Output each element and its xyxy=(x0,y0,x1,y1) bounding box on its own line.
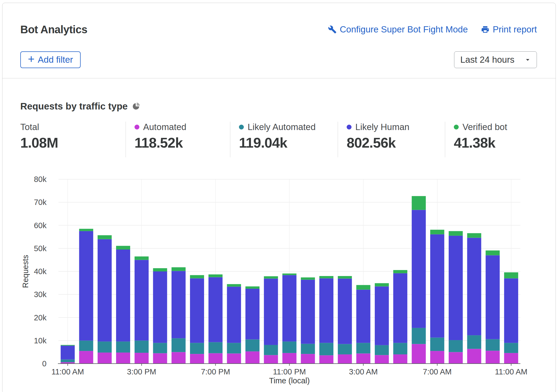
section-title-row: Requests by traffic type xyxy=(20,101,537,112)
svg-text:20k: 20k xyxy=(34,313,47,322)
stat-likely-automated: Likely Automated 119.04k xyxy=(230,122,338,157)
add-filter-label: Add filter xyxy=(38,55,73,65)
svg-text:40k: 40k xyxy=(34,267,47,276)
stat-likely-human-value: 802.56k xyxy=(347,135,439,151)
svg-text:Requests: Requests xyxy=(21,255,30,288)
svg-text:Time (local): Time (local) xyxy=(269,376,310,385)
stat-likely-human: Likely Human 802.56k xyxy=(338,122,445,157)
stat-verified-bot-label: Verified bot xyxy=(462,122,507,132)
stat-likely-automated-label: Likely Automated xyxy=(248,122,316,132)
stat-verified-bot-value: 41.38k xyxy=(454,135,531,151)
likely-human-legend-dot xyxy=(347,125,352,129)
svg-text:30k: 30k xyxy=(34,290,47,299)
card-body: Requests by traffic type Total 1.08M Aut… xyxy=(2,101,556,392)
requests-chart-svg: 010k20k30k40k50k60k70k80k11:00 AM3:00 PM… xyxy=(20,168,539,387)
wrench-icon xyxy=(328,25,337,34)
svg-text:7:00 PM: 7:00 PM xyxy=(201,367,230,376)
stat-total-label: Total xyxy=(20,122,39,132)
requests-chart[interactable]: 010k20k30k40k50k60k70k80k11:00 AM3:00 PM… xyxy=(20,168,537,387)
stat-automated-label: Automated xyxy=(143,122,186,132)
card-header: Bot Analytics Configure Super Bot Fight … xyxy=(2,3,556,78)
chevron-down-icon xyxy=(524,56,532,64)
svg-text:70k: 70k xyxy=(34,198,47,207)
stat-verified-bot: Verified bot 41.38k xyxy=(445,122,537,157)
stat-total-value: 1.08M xyxy=(20,135,120,151)
time-range-select[interactable]: Last 24 hours xyxy=(454,51,537,68)
configure-link-label: Configure Super Bot Fight Mode xyxy=(340,24,468,35)
page-title: Bot Analytics xyxy=(20,23,87,36)
header-title-row: Bot Analytics Configure Super Bot Fight … xyxy=(20,23,537,36)
stat-total: Total 1.08M xyxy=(20,122,126,157)
svg-text:3:00 PM: 3:00 PM xyxy=(127,367,156,376)
print-link-label: Print report xyxy=(493,24,537,35)
svg-text:50k: 50k xyxy=(34,244,47,253)
print-report-link[interactable]: Print report xyxy=(481,24,537,35)
likely-automated-legend-dot xyxy=(239,125,244,129)
svg-text:7:00 AM: 7:00 AM xyxy=(423,367,452,376)
stat-likely-human-label: Likely Human xyxy=(355,122,409,132)
printer-icon xyxy=(481,25,490,34)
plus-icon: + xyxy=(28,54,35,65)
stats-row: Total 1.08M Automated 118.52k Likely Aut… xyxy=(20,122,537,157)
bot-analytics-card: Bot Analytics Configure Super Bot Fight … xyxy=(2,3,556,392)
time-range-value: Last 24 hours xyxy=(460,55,514,65)
section-title: Requests by traffic type xyxy=(20,101,128,112)
stat-automated-value: 118.52k xyxy=(134,135,225,151)
pie-chart-icon xyxy=(132,102,140,110)
verified-bot-legend-dot xyxy=(454,125,459,129)
svg-text:11:00 AM: 11:00 AM xyxy=(51,367,84,376)
automated-legend-dot xyxy=(134,125,139,129)
configure-super-bot-fight-mode-link[interactable]: Configure Super Bot Fight Mode xyxy=(328,24,468,35)
svg-text:0: 0 xyxy=(42,359,47,368)
stat-automated: Automated 118.52k xyxy=(126,122,230,157)
svg-text:60k: 60k xyxy=(34,221,47,230)
stat-likely-automated-value: 119.04k xyxy=(239,135,332,151)
svg-text:3:00 AM: 3:00 AM xyxy=(349,367,378,376)
add-filter-button[interactable]: + Add filter xyxy=(20,51,81,68)
svg-text:11:00 AM: 11:00 AM xyxy=(495,367,527,376)
svg-text:10k: 10k xyxy=(34,336,47,345)
header-links: Configure Super Bot Fight Mode Print rep… xyxy=(328,24,537,35)
header-controls-row: + Add filter Last 24 hours xyxy=(20,51,537,68)
svg-text:80k: 80k xyxy=(34,175,47,184)
svg-text:11:00 PM: 11:00 PM xyxy=(273,367,306,376)
